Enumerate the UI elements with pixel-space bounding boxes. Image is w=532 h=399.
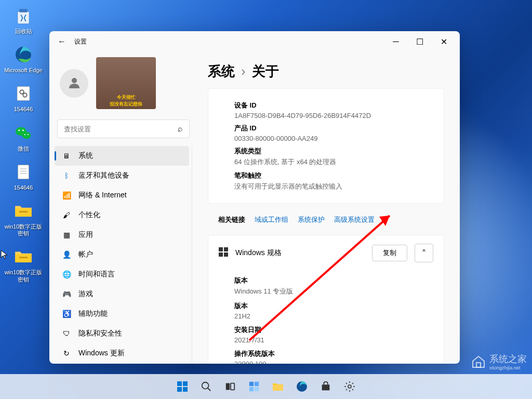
spec-header[interactable]: Windows 规格 复制 ˄: [208, 235, 444, 271]
game-icon: 🎮: [62, 289, 71, 299]
device-id-label: 设备 ID: [234, 101, 433, 110]
svg-rect-18: [15, 255, 32, 263]
svg-rect-1: [19, 9, 28, 12]
explorer-button[interactable]: [268, 376, 288, 397]
nav-network[interactable]: 📶网络 & Internet: [55, 185, 189, 205]
nav-list: 🖥系统 ᛒ蓝牙和其他设备 📶网络 & Internet 🖌个性化 ▦应用 👤帐户…: [55, 146, 192, 363]
globe-icon: 🌐: [62, 270, 71, 279]
copy-button[interactable]: 复制: [372, 245, 407, 261]
nav-update[interactable]: ↻Windows 更新: [55, 343, 189, 363]
nav-personalization[interactable]: 🖌个性化: [55, 205, 189, 225]
desktop-icon-recycle-bin[interactable]: 回收站: [3, 3, 44, 37]
nav-time-language[interactable]: 🌐时间和语言: [55, 264, 189, 284]
device-info-card: 设备 ID1A8F7508-D9B4-4D79-95D6-26B914F4472…: [208, 88, 444, 204]
breadcrumb-leaf: 关于: [252, 62, 279, 81]
nav-privacy[interactable]: 🛡隐私和安全性: [55, 324, 189, 343]
os-build-label: 操作系统版本: [234, 349, 433, 358]
svg-rect-39: [273, 385, 283, 391]
minimize-button[interactable]: ─: [384, 33, 408, 50]
apps-icon: ▦: [62, 230, 71, 240]
start-button[interactable]: [172, 376, 193, 397]
device-id-value: 1A8F7508-D9B4-4D79-95D6-26B914F4472D: [234, 112, 433, 119]
related-links: 相关链接 域或工作组 系统保护 高级系统设置: [208, 209, 444, 231]
svg-point-41: [348, 385, 351, 388]
task-view-button[interactable]: [220, 376, 241, 397]
settings-taskbar-button[interactable]: [339, 376, 360, 397]
nav-gaming[interactable]: 🎮游戏: [55, 284, 189, 304]
window-title: 设置: [74, 37, 87, 46]
content-area: 系统 › 关于 设备 ID1A8F7508-D9B4-4D79-95D6-26B…: [197, 52, 460, 364]
search-icon: ⌕: [178, 124, 183, 134]
desktop-icons: 回收站 Microsoft Edge 154646 微信 154646 win1…: [3, 3, 44, 290]
pen-touch-value: 没有可用于此显示器的笔或触控输入: [234, 182, 433, 191]
icon-label: 回收站: [15, 28, 32, 35]
install-date-label: 安装日期: [234, 325, 433, 335]
windows-spec-card: Windows 规格 复制 ˄ 版本Windows 11 专业版 版本21H2 …: [208, 235, 444, 364]
nav-system[interactable]: 🖥系统: [55, 146, 189, 166]
update-icon: ↻: [62, 349, 71, 358]
search-box[interactable]: ⌕: [57, 119, 190, 138]
profile-section: [55, 52, 192, 119]
profile-picture[interactable]: [96, 57, 156, 109]
desktop-icon-settings-file[interactable]: 154646: [3, 81, 44, 115]
icon-label: 154646: [14, 106, 33, 113]
svg-rect-27: [177, 381, 182, 386]
watermark: 系统之家 xitongzhijia.net: [471, 353, 527, 370]
system-icon: 🖥: [62, 151, 71, 161]
version-label: 版本: [234, 301, 433, 311]
svg-rect-12: [18, 165, 29, 179]
search-button[interactable]: [196, 376, 217, 397]
nav-accounts[interactable]: 👤帐户: [55, 245, 189, 264]
svg-rect-24: [224, 252, 228, 257]
nav-accessibility[interactable]: ♿辅助功能: [55, 304, 189, 324]
windows-icon: [219, 247, 228, 259]
accessibility-icon: ♿: [62, 309, 71, 318]
svg-rect-36: [255, 382, 259, 386]
svg-rect-19: [19, 257, 28, 258]
back-button[interactable]: ←: [54, 33, 70, 50]
user-icon: 👤: [62, 250, 71, 259]
install-date-value: 2021/7/31: [234, 336, 433, 344]
svg-rect-23: [219, 252, 223, 257]
spec-title: Windows 规格: [235, 248, 365, 258]
expand-button[interactable]: ˄: [415, 244, 433, 262]
widgets-button[interactable]: [244, 376, 264, 397]
chevron-up-icon: ˄: [422, 248, 426, 258]
wifi-icon: 📶: [62, 191, 71, 200]
avatar-icon[interactable]: [60, 69, 88, 98]
search-input[interactable]: [64, 125, 178, 133]
system-type-label: 系统类型: [234, 147, 433, 156]
desktop-icon-folder-1[interactable]: win10数字正版密钥: [3, 198, 44, 240]
maximize-button[interactable]: ☐: [408, 33, 432, 50]
titlebar: ← 设置 ─ ☐ ✕: [49, 31, 460, 52]
taskbar: [0, 374, 532, 399]
pen-touch-label: 笔和触控: [234, 171, 433, 180]
icon-label: win10数字正版密钥: [4, 269, 43, 283]
svg-line-32: [208, 388, 211, 391]
svg-point-31: [202, 382, 209, 389]
nav-apps[interactable]: ▦应用: [55, 225, 189, 245]
svg-point-8: [18, 129, 20, 131]
breadcrumb-root[interactable]: 系统: [208, 62, 235, 81]
store-button[interactable]: [315, 376, 336, 397]
svg-rect-29: [177, 387, 182, 392]
edge-taskbar-button[interactable]: [291, 376, 312, 397]
svg-rect-35: [249, 382, 254, 386]
link-advanced-system-settings[interactable]: 高级系统设置: [334, 215, 375, 224]
link-system-protection[interactable]: 系统保护: [298, 215, 325, 224]
link-domain-workgroup[interactable]: 域或工作组: [255, 215, 288, 224]
desktop-icon-wechat[interactable]: 微信: [3, 120, 44, 155]
desktop-icon-text-file[interactable]: 154646: [3, 159, 44, 194]
svg-rect-38: [255, 387, 259, 391]
svg-rect-42: [476, 363, 481, 367]
icon-label: 微信: [18, 145, 29, 152]
svg-rect-34: [231, 383, 234, 390]
svg-rect-17: [19, 211, 28, 212]
close-button[interactable]: ✕: [432, 33, 456, 50]
system-type-value: 64 位操作系统, 基于 x64 的处理器: [234, 157, 433, 167]
svg-rect-0: [18, 11, 29, 24]
version-value: 21H2: [234, 312, 433, 320]
nav-bluetooth[interactable]: ᛒ蓝牙和其他设备: [55, 166, 189, 185]
edition-label: 版本: [234, 276, 433, 285]
desktop-icon-edge[interactable]: Microsoft Edge: [3, 42, 44, 76]
